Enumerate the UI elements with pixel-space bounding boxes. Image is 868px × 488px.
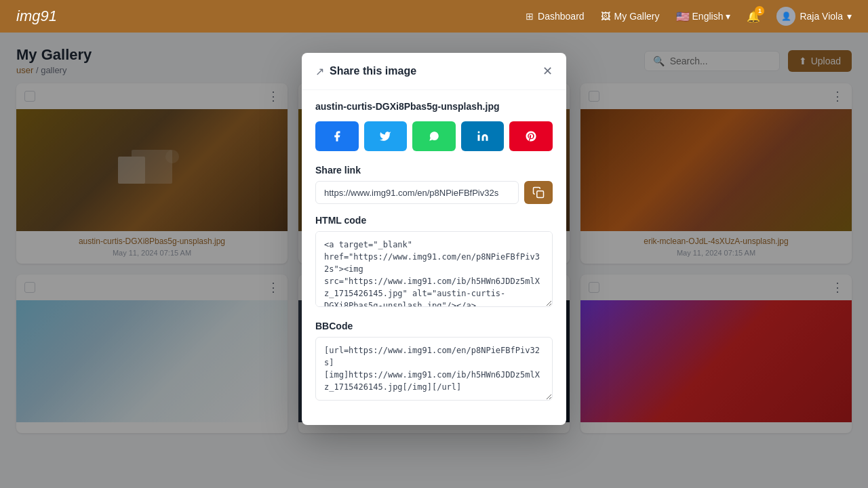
share-link-row <box>315 181 553 204</box>
main-header: img91 ⊞ Dashboard 🖼 My Gallery 🇺🇸 Englis… <box>0 0 868 33</box>
modal-header: ↗ Share this image ✕ <box>302 53 566 90</box>
whatsapp-share-button[interactable] <box>412 121 456 151</box>
my-gallery-nav-item[interactable]: 🖼 My Gallery <box>601 11 660 22</box>
facebook-share-button[interactable] <box>315 121 359 151</box>
language-selector[interactable]: 🇺🇸 English ▾ <box>676 10 731 23</box>
modal-title: Share this image <box>330 65 416 77</box>
dashboard-label: Dashboard <box>538 11 585 22</box>
chevron-down-icon: ▾ <box>726 11 730 22</box>
html-code-label: HTML code <box>315 215 553 226</box>
flag-icon: 🇺🇸 <box>676 10 690 23</box>
user-name-label: Raja Viola <box>800 11 843 22</box>
bbcode-textarea[interactable] <box>315 337 553 401</box>
modal-body: austin-curtis-DGXi8Pbas5g-unsplash.jpg <box>302 90 566 425</box>
dashboard-nav-item[interactable]: ⊞ Dashboard <box>526 11 585 22</box>
linkedin-share-button[interactable] <box>461 121 505 151</box>
my-gallery-label: My Gallery <box>614 11 660 22</box>
html-code-textarea[interactable] <box>315 231 553 307</box>
social-share-buttons <box>315 121 553 151</box>
svg-rect-4 <box>537 191 544 198</box>
modal-filename: austin-curtis-DGXi8Pbas5g-unsplash.jpg <box>315 101 553 112</box>
user-menu[interactable]: 👤 Raja Viola ▾ <box>776 7 852 26</box>
modal-overlay[interactable]: ↗ Share this image ✕ austin-curtis-DGXi8… <box>0 33 868 488</box>
svg-point-3 <box>477 131 479 134</box>
share-icon: ↗ <box>315 65 324 78</box>
notification-badge: 1 <box>755 6 764 16</box>
site-logo[interactable]: img91 <box>16 7 57 25</box>
share-modal: ↗ Share this image ✕ austin-curtis-DGXi8… <box>302 53 566 425</box>
language-label: English <box>692 11 724 22</box>
gallery-icon: 🖼 <box>601 11 610 22</box>
modal-title-row: ↗ Share this image <box>315 65 416 78</box>
copy-link-button[interactable] <box>524 181 553 204</box>
modal-close-button[interactable]: ✕ <box>542 64 553 79</box>
share-link-label: Share link <box>315 165 553 176</box>
dashboard-icon: ⊞ <box>526 11 534 22</box>
user-chevron-icon: ▾ <box>847 11 852 22</box>
header-nav: ⊞ Dashboard 🖼 My Gallery 🇺🇸 English ▾ 🔔 … <box>526 7 852 26</box>
share-link-input[interactable] <box>315 181 519 204</box>
avatar: 👤 <box>776 7 795 26</box>
notification-button[interactable]: 🔔 1 <box>747 10 760 23</box>
twitter-share-button[interactable] <box>364 121 408 151</box>
bbcode-label: BBCode <box>315 321 553 331</box>
page-content: My Gallery user / gallery 🔍 ⬆ Upload ⋮ <box>0 33 868 488</box>
pinterest-share-button[interactable] <box>509 121 553 151</box>
